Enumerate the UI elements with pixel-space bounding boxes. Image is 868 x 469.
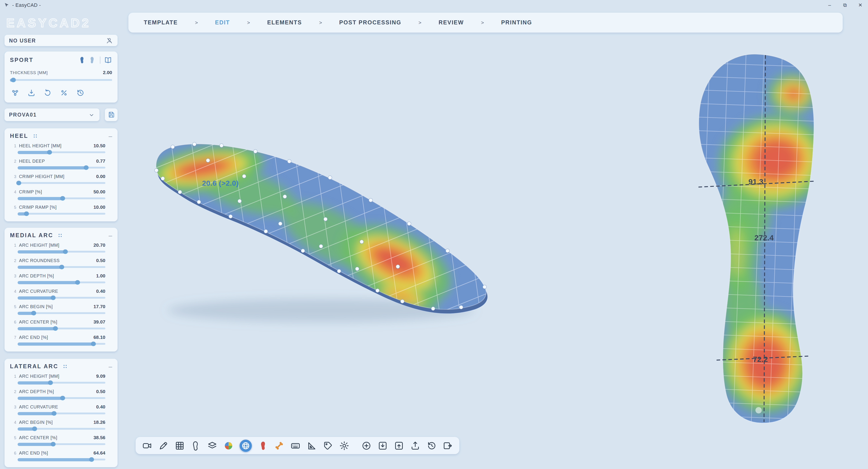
parameter-row: 3ARC CURVATURE0.40 <box>10 404 112 416</box>
parameter-row: 1HEEL HEIGHT [MM]10.50 <box>10 143 112 155</box>
parameter-slider-arc-center[interactable] <box>18 326 105 331</box>
sync-icon[interactable] <box>32 133 38 139</box>
user-bar[interactable]: NO USER <box>4 35 118 46</box>
settings-icon[interactable] <box>339 440 349 451</box>
slider-thumb[interactable] <box>16 181 21 185</box>
camera-icon[interactable] <box>142 440 152 451</box>
parameter-slider-arc-height-mm[interactable] <box>18 249 105 254</box>
save-box-icon[interactable] <box>377 440 388 451</box>
layers-icon[interactable] <box>207 440 217 451</box>
parameter-slider-arc-end[interactable] <box>18 342 105 346</box>
insole-3d-view[interactable]: 20.6 (>2.0) <box>149 133 502 332</box>
slider-thumb[interactable] <box>75 280 80 284</box>
slider-track <box>18 182 105 184</box>
tag-icon[interactable] <box>323 440 333 451</box>
maximize-button[interactable]: ⧉ <box>837 0 852 10</box>
nodes-icon[interactable] <box>11 89 20 97</box>
heatmap-sphere-icon[interactable] <box>240 439 252 451</box>
parameter-header: 1ARC HEIGHT [MM]9.09 <box>10 373 112 379</box>
minimize-button[interactable]: – <box>822 0 837 10</box>
parameter-value: 64.64 <box>93 450 105 456</box>
parameter-slider-heel-height-mm[interactable] <box>18 150 105 155</box>
parameter-slider-arc-height-mm[interactable] <box>18 380 105 385</box>
pressure-foot-icon[interactable] <box>258 440 268 451</box>
slider-thumb[interactable] <box>63 249 68 254</box>
parameter-index: 6 <box>10 320 16 325</box>
parameter-slider-arc-depth[interactable] <box>18 396 105 400</box>
slider-thumb[interactable] <box>24 211 29 216</box>
parameter-label: ARC CENTER [%] <box>19 320 91 325</box>
slider-thumb[interactable] <box>60 396 65 400</box>
slider-thumb[interactable] <box>31 311 36 315</box>
save-preset-button[interactable] <box>105 108 118 121</box>
parameter-row: 5ARC BEGIN [%]17.70 <box>10 304 112 315</box>
viewport[interactable]: 20.6 (>2.0) <box>122 10 868 469</box>
parameter-slider-arc-curvature[interactable] <box>18 411 105 416</box>
parameter-slider-heel-deep[interactable] <box>18 165 105 170</box>
thickness-slider[interactable] <box>10 78 112 82</box>
thickness-row: THICKNESS [MM] 2.00 <box>10 70 112 75</box>
import-icon[interactable] <box>27 89 36 97</box>
parameter-row: 4CRIMP [%]50.00 <box>10 189 112 201</box>
parameter-value: 50.00 <box>93 189 105 194</box>
parameter-value: 1.00 <box>96 273 105 278</box>
parameter-slider-crimp[interactable] <box>18 196 105 201</box>
sync-icon[interactable] <box>57 232 63 239</box>
right-foot-icon[interactable] <box>88 56 96 64</box>
slider-thumb[interactable] <box>84 165 89 170</box>
parameter-slider-crimp-ramp[interactable] <box>18 211 105 216</box>
parameter-value: 20.70 <box>93 242 105 247</box>
parameter-header: 3CRIMP HEIGHT [MM]0.00 <box>10 173 112 179</box>
parameter-slider-arc-curvature[interactable] <box>18 296 105 300</box>
slider-thumb[interactable] <box>89 457 94 462</box>
history-icon[interactable] <box>76 89 85 97</box>
insole-icon[interactable] <box>191 440 201 451</box>
slider-thumb[interactable] <box>51 442 55 446</box>
slider-fill <box>18 281 77 284</box>
parameter-slider-arc-roundness[interactable] <box>18 265 105 269</box>
catalog-icon[interactable] <box>104 56 112 64</box>
parameter-slider-crimp-height-mm[interactable] <box>18 181 105 185</box>
export-box-icon[interactable] <box>394 440 404 451</box>
texture-sphere-icon[interactable] <box>223 440 234 451</box>
slider-thumb[interactable] <box>48 380 53 385</box>
slider-thumb[interactable] <box>51 411 56 416</box>
slider-thumb[interactable] <box>53 326 58 331</box>
collapse-button[interactable]: – <box>108 364 112 369</box>
history-icon[interactable] <box>426 440 437 451</box>
percent-icon[interactable] <box>60 89 68 97</box>
parameter-slider-arc-depth[interactable] <box>18 280 105 284</box>
parameter-label: ARC DEPTH [%] <box>19 273 93 278</box>
parameter-row: 2HEEL DEEP0.77 <box>10 158 112 170</box>
reset-icon[interactable] <box>43 89 52 97</box>
ruler-icon[interactable] <box>307 440 317 451</box>
slider-thumb[interactable] <box>11 78 16 82</box>
upload-icon[interactable] <box>410 440 421 451</box>
parameter-index: 4 <box>10 420 16 425</box>
slider-thumb[interactable] <box>51 296 55 300</box>
slider-thumb[interactable] <box>32 427 37 431</box>
slider-thumb[interactable] <box>59 265 64 269</box>
left-foot-icon[interactable] <box>78 56 86 64</box>
parameter-row: 6ARC END [%]64.64 <box>10 450 112 462</box>
parameter-slider-arc-end[interactable] <box>18 457 105 462</box>
open-project-icon[interactable] <box>442 440 453 451</box>
insole-top-view[interactable]: 91.3 272.4 72.2 <box>692 49 827 437</box>
parameter-index: 7 <box>10 335 16 340</box>
preset-select[interactable]: PROVA01 <box>4 108 99 121</box>
parameter-slider-arc-center[interactable] <box>18 442 105 446</box>
collapse-button[interactable]: – <box>108 233 112 238</box>
slider-thumb[interactable] <box>60 196 65 201</box>
skeleton-icon[interactable] <box>274 440 284 451</box>
add-icon[interactable] <box>361 440 372 451</box>
slider-thumb[interactable] <box>47 150 52 155</box>
keyboard-icon[interactable] <box>290 440 301 451</box>
grid-icon[interactable] <box>175 440 185 451</box>
parameter-slider-arc-begin[interactable] <box>18 427 105 431</box>
close-button[interactable]: ✕ <box>852 0 868 10</box>
sync-icon[interactable] <box>62 363 68 370</box>
slider-thumb[interactable] <box>91 342 96 346</box>
collapse-button[interactable]: – <box>108 134 112 138</box>
parameter-slider-arc-begin[interactable] <box>18 311 105 315</box>
pen-icon[interactable] <box>158 440 168 451</box>
